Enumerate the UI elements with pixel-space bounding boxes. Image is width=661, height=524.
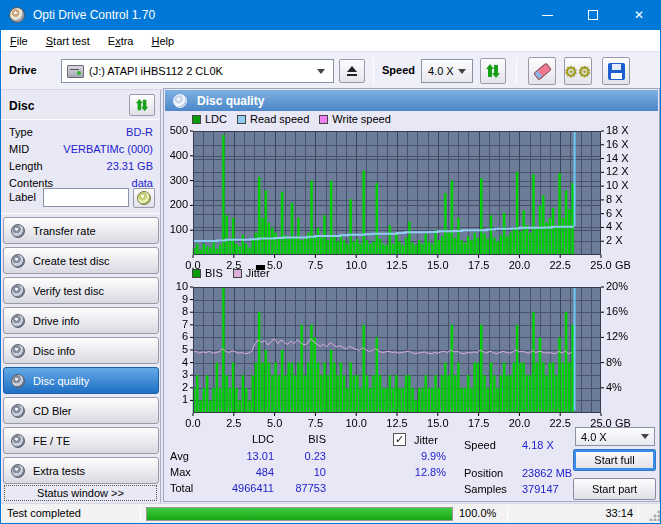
status-text: Test completed [7, 507, 81, 519]
avg-jitter-value: 9.9% [386, 450, 446, 462]
sidebar-button-drive-info[interactable]: Drive info [3, 307, 159, 334]
jitter-swatch-icon [233, 269, 242, 278]
maximize-button[interactable] [570, 0, 616, 30]
speed-value: 4.0 X [428, 65, 454, 77]
menu-extra[interactable]: Extra [99, 30, 143, 52]
menu-help[interactable]: Help [142, 30, 183, 52]
save-icon [608, 63, 625, 80]
samples-stat-value: 379147 [522, 483, 559, 495]
toolbar-separator [373, 58, 374, 84]
gears-icon: ⚙⚙ [565, 64, 592, 79]
disc-icon [11, 254, 25, 268]
start-part-button[interactable]: Start part [573, 478, 656, 500]
minimize-button[interactable] [524, 0, 570, 30]
status-bar: Test completed 100.0% 33:14 [1, 503, 661, 523]
drive-value: (J:) ATAPI iHBS112 2 CL0K [89, 65, 223, 77]
marker-icon [256, 265, 265, 270]
ldc-speed-chart [166, 123, 659, 273]
sidebar-button-disc-quality[interactable]: Disc quality [3, 367, 159, 394]
write-label-button[interactable] [133, 188, 155, 208]
refresh-icon [135, 98, 149, 112]
samples-stat-label: Samples [464, 483, 507, 495]
settings-button[interactable]: ⚙⚙ [564, 57, 592, 85]
elapsed-time: 33:14 [561, 507, 633, 519]
disc-field-type: TypeBD-R [9, 126, 153, 138]
panel-title: Disc quality [197, 94, 264, 108]
close-icon: ✕ [634, 8, 644, 22]
divider [507, 506, 508, 522]
chevron-down-icon [641, 434, 649, 439]
jitter-column-header: Jitter [414, 434, 438, 446]
disc-icon [11, 284, 25, 298]
divider [140, 506, 141, 522]
app-window: Opti Drive Control 1.70 ✕ File Start tes… [0, 0, 661, 524]
disc-field-length: Length23.31 GB [9, 160, 153, 172]
label-input[interactable] [43, 188, 129, 207]
disc-quality-panel: Disc quality LDC Read speed Write speed … [163, 88, 660, 502]
test-speed-value: 4.0 X [581, 431, 607, 443]
divider [1, 119, 159, 120]
refresh-disc-button[interactable] [129, 94, 155, 116]
sidebar-button-disc-info[interactable]: Disc info [3, 337, 159, 364]
max-bis-value: 10 [279, 466, 326, 478]
maximize-icon [588, 10, 598, 20]
sidebar-button-fe-te[interactable]: FE / TE [3, 427, 159, 454]
test-speed-select[interactable]: 4.0 X [575, 427, 655, 446]
position-stat-label: Position [464, 467, 503, 479]
speed-stat-value: 4.18 X [522, 439, 554, 451]
bis-swatch-icon [192, 269, 201, 278]
speed-stat-label: Speed [464, 439, 496, 451]
title-bar: Opti Drive Control 1.70 ✕ [1, 0, 661, 30]
sidebar-button-create-test-disc[interactable]: Create test disc [3, 247, 159, 274]
drive-icon [67, 65, 84, 78]
panel-header: Disc quality [165, 90, 658, 111]
start-full-button[interactable]: Start full [573, 449, 656, 471]
max-ldc-value: 484 [204, 466, 274, 478]
ldc-column-header: LDC [204, 433, 274, 445]
sidebar-button-extra-tests[interactable]: Extra tests [3, 457, 159, 484]
save-button[interactable] [602, 57, 630, 85]
window-title: Opti Drive Control 1.70 [33, 8, 155, 22]
speed-select[interactable]: 4.0 X [421, 59, 473, 83]
max-jitter-value: 12.8% [386, 466, 446, 478]
jitter-checkbox[interactable]: ✓ [393, 433, 406, 446]
menu-start-test[interactable]: Start test [37, 30, 99, 52]
eject-button[interactable] [339, 59, 365, 83]
sidebar-button-verify-test-disc[interactable]: Verify test disc [3, 277, 159, 304]
progress-fill [147, 508, 452, 520]
minimize-icon [542, 15, 553, 16]
disc-icon [173, 94, 187, 108]
toolbar: Drive (J:) ATAPI iHBS112 2 CL0K Speed 4.… [1, 52, 661, 90]
disc-icon [11, 344, 25, 358]
toolbar-separator [516, 58, 517, 84]
resize-grip[interactable] [648, 509, 660, 521]
menu-file[interactable]: File [1, 30, 37, 52]
status-window-button[interactable]: Status window >> [4, 485, 157, 501]
sidebar-button-cd-bler[interactable]: CD Bler [3, 397, 159, 424]
sidebar: Disc TypeBD-R MIDVERBATIMc (000) Length2… [1, 90, 161, 503]
chevron-down-icon [317, 69, 325, 74]
avg-row-label: Avg [170, 450, 189, 462]
bis-column-header: BIS [279, 433, 326, 445]
close-button[interactable]: ✕ [616, 0, 661, 30]
drive-select[interactable]: (J:) ATAPI iHBS112 2 CL0K [61, 59, 334, 83]
disc-icon [11, 314, 25, 328]
sidebar-button-transfer-rate[interactable]: Transfer rate [3, 217, 159, 244]
disc-icon [11, 224, 25, 238]
menu-bar: File Start test Extra Help [1, 30, 661, 52]
rescan-button[interactable] [480, 58, 506, 84]
avg-bis-value: 0.23 [279, 450, 326, 462]
disc-field-mid: MIDVERBATIMc (000) [9, 143, 153, 155]
disc-icon [11, 434, 25, 448]
speed-label: Speed [382, 64, 415, 76]
chevron-down-icon [458, 69, 466, 74]
erase-disc-button[interactable] [528, 57, 556, 85]
disc-panel-title: Disc [9, 99, 34, 113]
app-icon [9, 7, 25, 23]
position-stat-value: 23862 MB [522, 467, 572, 479]
divider [1, 213, 159, 214]
total-row-label: Total [170, 482, 193, 494]
progress-bar [146, 507, 453, 521]
drive-label: Drive [9, 64, 37, 76]
eraser-icon [533, 62, 552, 80]
